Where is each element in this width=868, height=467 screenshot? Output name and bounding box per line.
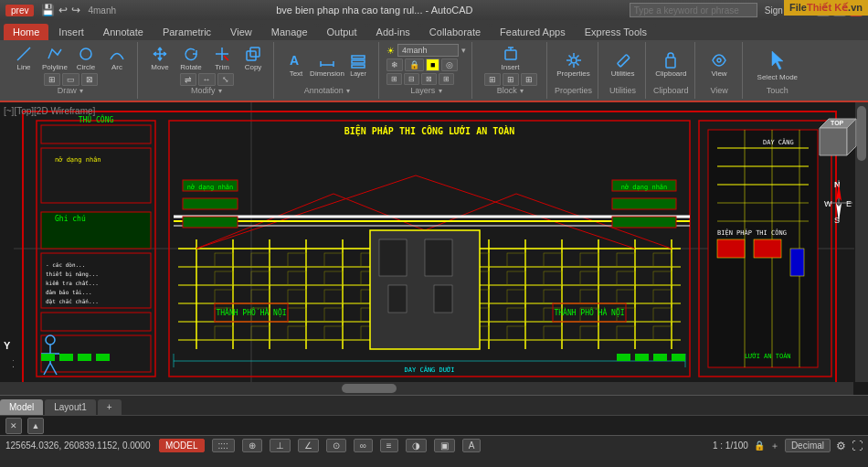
snap-mode-btn[interactable]: ⊕ [242, 439, 262, 452]
svg-rect-5 [247, 51, 256, 60]
fullscreen-icon[interactable]: ⛶ [852, 440, 863, 452]
layer-more-2[interactable]: ⊟ [404, 73, 419, 85]
block-small-2[interactable]: ⊞ [503, 73, 519, 86]
svg-text:kiểm tra chất...: kiểm tra chất... [46, 280, 99, 286]
trim-tool[interactable]: Trim [207, 44, 237, 73]
utilities-group-label: Utilities [609, 86, 636, 97]
add-layout-tab[interactable]: + [98, 399, 122, 415]
mirror-btn[interactable]: ⇌ [180, 73, 196, 86]
polar-tracking-btn[interactable]: ∠ [298, 439, 319, 452]
otrack-btn[interactable]: ∞ [354, 439, 373, 452]
scale-btn[interactable]: ⤡ [217, 73, 234, 86]
settings-icon[interactable]: ⚙ [836, 440, 846, 452]
dimension-tool[interactable]: Dimension [312, 50, 342, 80]
save-icon[interactable]: 💾 [41, 4, 55, 16]
lock-icon[interactable]: 🔒 [754, 440, 765, 451]
plus-icon[interactable]: ＋ [770, 440, 779, 452]
tab-featured[interactable]: Featured Apps [491, 24, 575, 40]
svg-point-17 [571, 58, 577, 63]
properties-panel-tool[interactable]: Properties [559, 50, 588, 80]
layer-more-4[interactable]: ⊞ [439, 73, 454, 85]
layer-more-1[interactable]: ⊞ [386, 73, 402, 85]
block-small-3[interactable]: ⊞ [521, 73, 537, 86]
annotation-scale-btn[interactable]: A [462, 439, 482, 452]
tab-output[interactable]: Output [318, 24, 366, 40]
svg-rect-158 [434, 285, 452, 313]
svg-text:LƯỚI AN TOÀN: LƯỚI AN TOÀN [745, 352, 791, 360]
arc-tool[interactable]: Arc [102, 44, 132, 73]
svg-text:đảm bảo tải...: đảm bảo tải... [46, 289, 92, 295]
svg-rect-192 [78, 354, 91, 361]
model-tab[interactable]: Model [0, 399, 43, 415]
redo-icon[interactable]: ↪ [71, 4, 80, 16]
svg-rect-194 [617, 354, 630, 361]
svg-text:A: A [290, 53, 299, 68]
svg-text:TOP: TOP [831, 120, 844, 126]
layer-lock-btn[interactable]: 🔒 [405, 58, 424, 71]
tab-insert[interactable]: Insert [49, 24, 93, 40]
layer-freeze-btn[interactable]: ❄ [386, 58, 403, 71]
text-tool[interactable]: A Text [281, 50, 311, 80]
circle-tool[interactable]: Circle [71, 44, 101, 73]
tab-annotate[interactable]: Annotate [94, 24, 153, 40]
command-close-btn[interactable]: ✕ [5, 418, 22, 434]
draw-more-btn[interactable]: ⊞ [44, 73, 60, 86]
transparency-btn[interactable]: ◑ [406, 439, 427, 452]
layer-more-3[interactable]: ⊠ [421, 73, 437, 85]
svg-rect-160 [183, 198, 238, 209]
svg-point-1 [80, 48, 91, 59]
ortho-mode-btn[interactable]: ⊥ [270, 439, 291, 452]
units-display[interactable]: Decimal [785, 439, 831, 452]
insert-block-tool[interactable]: Insert [488, 44, 534, 73]
tab-addins[interactable]: Add-ins [367, 24, 419, 40]
svg-rect-157 [388, 285, 407, 313]
line-tool[interactable]: Line [9, 44, 38, 73]
rotate-tool[interactable]: Rotate [176, 44, 206, 73]
layout1-tab[interactable]: Layout1 [45, 399, 96, 415]
polyline-tool[interactable]: Polyline [40, 44, 69, 73]
move-tool[interactable]: Move [145, 44, 175, 73]
paste-tool[interactable]: Clipboard [656, 50, 685, 80]
search-input[interactable] [630, 3, 757, 17]
osnap-btn[interactable]: ⊙ [326, 439, 346, 452]
model-space-btn[interactable]: MODEL [159, 439, 205, 452]
tab-collaborate[interactable]: Collaborate [420, 24, 490, 40]
layer-color-btn[interactable]: ■ [426, 58, 439, 71]
undo-icon[interactable]: ↩ [58, 4, 68, 16]
view-tool[interactable]: View [704, 50, 734, 80]
tab-manage[interactable]: Manage [262, 24, 317, 40]
current-layer-selector[interactable]: 4manh [397, 44, 459, 57]
command-up-btn[interactable]: ▲ [27, 418, 44, 434]
svg-text:nở dạng nhân: nở dạng nhân [187, 184, 234, 191]
nav-cube[interactable]: TOP [806, 110, 861, 165]
ribbon-group-modify: Move Rotate Trim Copy ⇌ ↔ ⤡ Modify ▾ [140, 42, 274, 99]
measure-tool[interactable]: Utilities [609, 50, 638, 80]
layer-isolate-btn[interactable]: ◎ [441, 58, 458, 71]
tab-view[interactable]: View [221, 24, 261, 40]
h-scroll-thumb[interactable] [342, 384, 397, 393]
layer-properties-tool[interactable]: Layer [344, 50, 373, 80]
svg-rect-180 [717, 239, 745, 258]
grid-display-btn[interactable]: :::: [212, 439, 235, 452]
command-input[interactable] [49, 420, 863, 430]
annotation-group-label: Annotation ▾ [304, 86, 351, 97]
prev-button[interactable]: prev [5, 5, 34, 16]
workspace-selector[interactable]: 4manh [88, 5, 116, 16]
tab-home[interactable]: Home [4, 24, 48, 40]
svg-text:BIỆN PHÁP THI CÔNG: BIỆN PHÁP THI CÔNG [717, 228, 787, 237]
draw-rect-btn[interactable]: ▭ [62, 73, 79, 86]
tab-express[interactable]: Express Tools [576, 24, 656, 40]
selection-btn[interactable]: ▣ [434, 439, 455, 452]
tab-parametric[interactable]: Parametric [153, 24, 220, 40]
block-small-1[interactable]: ⊞ [484, 73, 501, 86]
layer-dropdown[interactable]: ▾ [461, 46, 466, 55]
draw-hatch-btn[interactable]: ⊠ [81, 73, 98, 86]
stretch-btn[interactable]: ↔ [198, 73, 216, 86]
copy-tool[interactable]: Copy [238, 44, 268, 73]
lineweight-btn[interactable]: ≡ [380, 439, 398, 452]
select-mode-button[interactable]: Select Mode [750, 44, 805, 85]
horizontal-scrollbar[interactable] [0, 382, 853, 395]
drawing-area[interactable]: [~][Top][2D Wireframe] TOP N E S W X Y [0, 102, 868, 395]
viewport-label: [~][Top][2D Wireframe] [4, 106, 95, 116]
svg-rect-191 [59, 354, 73, 361]
